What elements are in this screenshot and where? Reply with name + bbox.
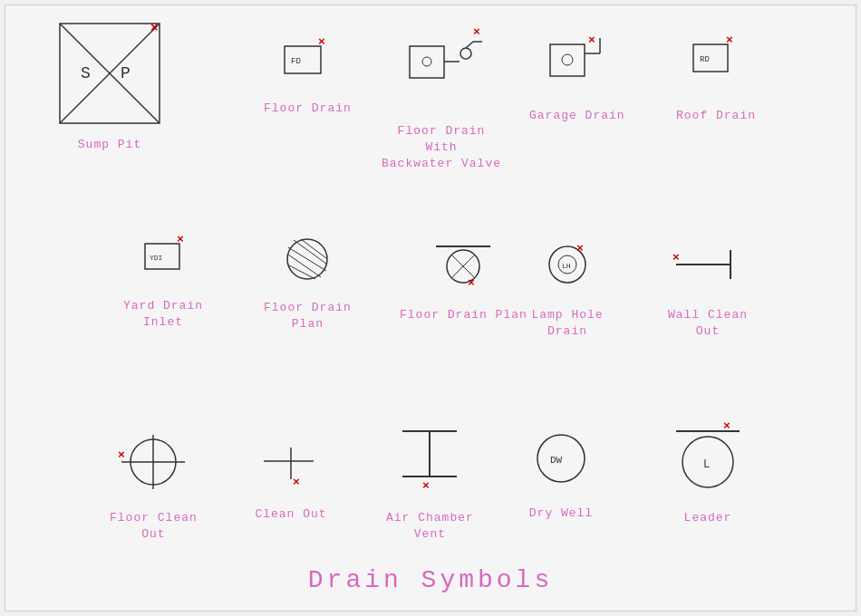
garage-drain-label: Garage Drain: [529, 108, 625, 124]
svg-text:P: P: [121, 64, 131, 82]
svg-line-30: [294, 240, 326, 264]
floor-clean-out-symbol: ×: [112, 424, 194, 501]
air-chamber-vent-cell: × Air Chamber Vent: [386, 415, 474, 543]
floor-drain-symbol: FD ×: [280, 33, 334, 91]
yard-drain-inlet-symbol: YDI ×: [131, 230, 195, 289]
yard-drain-inlet-cell: YDI × Yard Drain Inlet: [123, 230, 203, 331]
floor-drain-backwater-cell: × Floor Drain With Backwater Valve: [382, 19, 501, 173]
svg-rect-16: [550, 44, 585, 76]
wall-clean-out-symbol: ×: [667, 230, 749, 298]
svg-text:YDI: YDI: [150, 254, 162, 262]
dry-well-cell: DW Dry Well: [525, 424, 597, 522]
svg-text:×: ×: [177, 233, 184, 246]
sump-pit-label: Sump Pit: [78, 137, 141, 153]
page-title: Drain Symbols: [5, 566, 856, 594]
svg-text:×: ×: [468, 276, 475, 290]
garage-drain-symbol: ×: [541, 31, 614, 99]
roof-drain-label: Roof Drain: [676, 108, 756, 124]
lamp-hole-drain-label: Lamp Hole Drain: [531, 307, 603, 340]
roof-drain-symbol: RD ×: [684, 31, 748, 99]
floor-clean-out-label: Floor Clean Out: [110, 510, 198, 543]
svg-text:×: ×: [318, 35, 325, 49]
floor-drain-plan-label: Floor Drain Plan: [264, 300, 352, 332]
svg-text:×: ×: [473, 25, 480, 39]
svg-rect-21: [693, 44, 728, 72]
svg-text:×: ×: [422, 479, 430, 493]
svg-point-10: [422, 57, 431, 66]
main-container: S P × Sump Pit FD × Floor Drain: [5, 5, 856, 611]
leader-drain-cell: × Floor Drain Plan: [400, 230, 527, 323]
floor-clean-out-cell: × Floor Clean Out: [110, 424, 198, 543]
floor-drain-cell: FD × Floor Drain: [264, 33, 352, 117]
sump-pit-symbol: S P ×: [55, 19, 164, 128]
dry-well-label: Dry Well: [529, 505, 593, 522]
lamp-hole-drain-symbol: LH ×: [531, 230, 604, 298]
svg-text:S: S: [81, 64, 91, 82]
svg-rect-6: [285, 46, 321, 73]
clean-out-label: Clean Out: [255, 506, 326, 523]
dry-well-symbol: DW: [525, 424, 597, 496]
svg-text:DW: DW: [550, 455, 563, 466]
svg-text:×: ×: [293, 476, 300, 489]
svg-rect-9: [410, 46, 444, 78]
svg-text:×: ×: [672, 251, 680, 265]
svg-text:×: ×: [118, 448, 125, 462]
floor-drain-plan-cell: Floor Drain Plan: [264, 227, 352, 332]
yard-drain-inlet-label: Yard Drain Inlet: [123, 298, 203, 331]
clean-out-symbol: ×: [255, 429, 327, 497]
svg-text:LH: LH: [562, 262, 571, 270]
svg-text:RD: RD: [700, 55, 710, 64]
svg-point-17: [562, 54, 573, 65]
leader-drain-symbol: ×: [427, 230, 499, 298]
wall-clean-out-label: Wall Clean Out: [668, 307, 748, 340]
svg-text:×: ×: [588, 34, 595, 47]
svg-text:FD: FD: [291, 57, 301, 66]
svg-text:×: ×: [150, 21, 158, 35]
leader-cell: × L Leader: [667, 415, 749, 526]
floor-drain-label: Floor Drain: [264, 101, 352, 117]
floor-drain-plan-symbol: [276, 227, 339, 291]
garage-drain-cell: × Garage Drain: [529, 31, 625, 124]
leader-symbol: × L: [667, 415, 749, 501]
floor-drain-backwater-symbol: ×: [392, 19, 491, 114]
svg-text:×: ×: [726, 34, 733, 47]
roof-drain-cell: RD × Roof Drain: [676, 31, 756, 124]
svg-text:L: L: [703, 458, 710, 471]
svg-text:×: ×: [723, 419, 730, 433]
clean-out-cell: × Clean Out: [255, 429, 327, 523]
air-chamber-vent-symbol: ×: [393, 415, 466, 501]
floor-drain-backwater-label: Floor Drain With Backwater Valve: [382, 123, 501, 173]
svg-line-13: [466, 42, 473, 48]
leader-drain-label: Floor Drain Plan: [400, 307, 527, 323]
svg-line-31: [301, 239, 326, 258]
svg-text:×: ×: [576, 242, 584, 255]
wall-clean-out-cell: × Wall Clean Out: [667, 230, 749, 340]
svg-point-12: [460, 48, 471, 59]
sump-pit-cell: S P × Sump Pit: [55, 19, 164, 153]
air-chamber-vent-label: Air Chamber Vent: [386, 510, 474, 543]
leader-label: Leader: [684, 510, 732, 526]
lamp-hole-drain-cell: LH × Lamp Hole Drain: [531, 230, 604, 340]
